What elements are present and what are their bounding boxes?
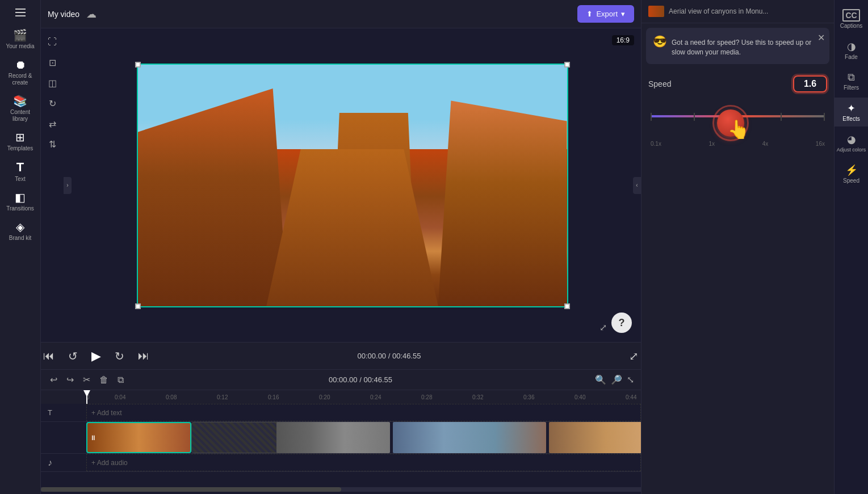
tools-panel: ⛶ ⊡ ◫ ↻ ⇄ ⇅ — [41, 28, 64, 342]
speed-icon-label: Speed — [843, 178, 859, 184]
speed-value-input[interactable]: 1.6 — [793, 75, 827, 92]
shrink-tool[interactable]: ◫ — [43, 74, 61, 92]
slider-thumb-ring — [712, 105, 749, 141]
speed-section: Speed 1.6 👆 — [641, 69, 834, 154]
sidebar-item-label: Templates — [7, 145, 33, 152]
speed-header: Speed 1.6 — [648, 75, 827, 92]
sidebar-item-label: Brand kit — [9, 235, 31, 242]
text-track-content[interactable]: + Add text — [86, 404, 641, 421]
timeline-ruler: 0 0:04 0:08 0:12 0:16 0:20 0:24 0:28 0:3… — [41, 390, 641, 404]
skip-forward-button[interactable]: ⏭ — [136, 347, 152, 365]
rotate-tool[interactable]: ↻ — [43, 94, 61, 112]
resize-handle-tl[interactable] — [135, 62, 141, 67]
resize-handle-br[interactable] — [564, 303, 570, 309]
crop-tool[interactable]: ⊡ — [43, 53, 61, 71]
rewind-5s-button[interactable]: ↺ — [66, 347, 80, 365]
transport-bar: ⏮ ↺ ▶ ↻ ⏭ 00:00.00 / 00:46.55 ⤢ — [41, 342, 641, 369]
filters-label: Filters — [844, 85, 859, 91]
skip-back-button[interactable]: ⏮ — [41, 347, 57, 365]
fade-icon: ◑ — [847, 40, 856, 53]
cut-button[interactable]: ✂ — [81, 373, 93, 386]
left-sidebar: 🎬 Your media ⏺ Record & create 📚 Content… — [0, 0, 41, 494]
redo-button[interactable]: ↪ — [64, 373, 76, 386]
scrollbar-thumb[interactable] — [41, 487, 341, 492]
preview-area: ⛶ ⊡ ◫ ↻ ⇄ ⇅ › — [41, 28, 641, 342]
help-button[interactable]: ? — [611, 313, 632, 333]
sidebar-item-label: Content library — [2, 109, 38, 123]
slider-marks: 0.1x 1x 4x 16x — [651, 141, 825, 147]
audio-track-content[interactable]: + Add audio — [86, 454, 641, 471]
sidebar-item-label: Your media — [6, 43, 34, 50]
slider-mark-4x: 4x — [762, 141, 769, 147]
captions-icon: CC — [842, 9, 859, 22]
video-source-title: Aerial view of canyons in Monu... — [669, 7, 768, 15]
fade-panel-item[interactable]: ◑ Fade — [835, 36, 868, 65]
library-icon: 📚 — [13, 95, 27, 107]
hamburger-menu[interactable] — [12, 5, 28, 20]
speed-label: Speed — [648, 79, 671, 88]
play-button[interactable]: ▶ — [89, 347, 103, 366]
timeline-wrapper: ↩ ↪ ✂ 🗑 ⧉ 00:00.00 / 00:46.55 🔍 🔎 ⤡ 0 0:… — [41, 369, 641, 494]
sidebar-item-record-create[interactable]: ⏺ Record & create — [0, 54, 40, 91]
record-icon: ⏺ — [15, 59, 26, 70]
fit-timeline-button[interactable]: ⤡ — [627, 374, 634, 385]
text-icon: T — [16, 161, 24, 174]
speed-panel-item[interactable]: ⚡ Speed — [835, 159, 868, 188]
timeline-time-display: 00:00.00 / 00:46.55 — [131, 375, 590, 384]
speed-tooltip-card: 😎 ✕ Got a need for speed? Use this to sp… — [646, 28, 829, 64]
sidebar-item-templates[interactable]: ⊞ Templates — [0, 127, 40, 157]
duplicate-button[interactable]: ⧉ — [115, 374, 126, 386]
sidebar-item-content-library[interactable]: 📚 Content library — [0, 91, 40, 127]
main-area: My video ☁ ⬆ Export ▾ ⛶ ⊡ ◫ ↻ ⇄ ⇅ › — [41, 0, 641, 494]
flip-v-tool[interactable]: ⇅ — [43, 135, 61, 153]
aspect-ratio-badge: 16:9 — [612, 35, 634, 45]
collapse-right-button[interactable]: ‹ — [633, 177, 641, 194]
adjust-colors-label: Adjust colors — [837, 147, 866, 153]
collapse-left-button[interactable]: › — [64, 177, 72, 194]
video-clip-2[interactable] — [276, 422, 390, 453]
flip-h-tool[interactable]: ⇄ — [43, 115, 61, 133]
fullscreen-toggle-button[interactable]: ⤢ — [627, 347, 641, 365]
forward-5s-button[interactable]: ↻ — [112, 347, 127, 365]
right-icons-panel: CC Captions ◑ Fade ⧉ Filters ✦ Effects ◕… — [834, 0, 868, 494]
cloud-save-icon[interactable]: ☁ — [86, 8, 97, 20]
tooltip-emoji: 😎 — [653, 35, 667, 48]
sidebar-item-brand-kit[interactable]: ◈ Brand kit — [0, 217, 40, 246]
video-preview — [138, 65, 567, 306]
sidebar-item-transitions[interactable]: ◧ Transitions — [0, 187, 40, 217]
undo-button[interactable]: ↩ — [48, 373, 60, 386]
time-display: 00:00.00 / 00:46.55 — [357, 352, 421, 360]
effects-label: Effects — [842, 116, 859, 122]
playhead[interactable] — [86, 390, 87, 404]
add-audio-button[interactable]: + Add audio — [86, 454, 641, 471]
resize-handle-tr[interactable] — [564, 62, 570, 67]
video-thumbnail — [648, 6, 664, 17]
video-track-row: ⏸ — [41, 422, 641, 454]
slider-mark-1x: 1x — [709, 141, 715, 147]
resize-handle-bl[interactable] — [135, 303, 141, 309]
video-clip-3[interactable] — [393, 422, 546, 453]
fit-screen-tool[interactable]: ⛶ — [43, 33, 61, 51]
tooltip-close-button[interactable]: ✕ — [817, 32, 825, 43]
adjust-colors-panel-item[interactable]: ◕ Adjust colors — [835, 129, 868, 157]
captions-label: Captions — [840, 23, 862, 29]
filters-panel-item[interactable]: ⧉ Filters — [835, 67, 868, 95]
filters-icon: ⧉ — [848, 71, 855, 83]
sidebar-item-your-media[interactable]: 🎬 Your media — [0, 25, 40, 54]
captions-panel-item[interactable]: CC Captions — [835, 5, 868, 33]
add-text-button[interactable]: + Add text — [86, 404, 641, 421]
fullscreen-button[interactable]: ⤢ — [599, 322, 607, 333]
speed-slider-container: 👆 0.1x 1x 4x 16x — [651, 102, 825, 147]
speed-slider-thumb[interactable] — [717, 109, 744, 137]
project-name[interactable]: My video — [48, 10, 79, 19]
zoom-out-button[interactable]: 🔍 — [595, 374, 606, 385]
export-button[interactable]: ⬆ Export ▾ — [577, 5, 634, 23]
delete-button[interactable]: 🗑 — [97, 374, 111, 386]
sidebar-item-text[interactable]: T Text — [0, 157, 40, 187]
timeline-scrollbar[interactable] — [41, 487, 641, 492]
video-frame[interactable] — [137, 64, 568, 307]
video-clip-4[interactable] — [549, 422, 641, 453]
video-clip-1[interactable]: ⏸ — [86, 422, 191, 453]
effects-panel-item[interactable]: ✦ Effects — [835, 98, 868, 126]
zoom-in-button[interactable]: 🔎 — [611, 374, 622, 385]
